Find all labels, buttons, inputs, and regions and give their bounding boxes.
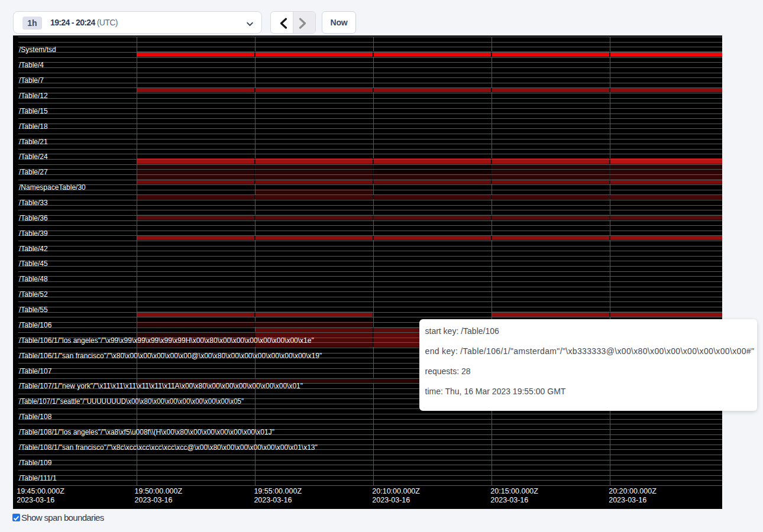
svg-text:/Table/48: /Table/48 [19,275,48,283]
svg-text:19:45:00.000Z: 19:45:00.000Z [17,486,64,495]
svg-text:/Table/109: /Table/109 [19,458,52,466]
svg-text:/Table/107/1/"new york"/"\x11\: /Table/107/1/"new york"/"\x11\x11\x11\x1… [19,382,303,390]
svg-text:/Table/24: /Table/24 [19,153,48,161]
svg-text:2023-03-16: 2023-03-16 [135,495,173,504]
svg-text:/Table/42: /Table/42 [19,244,48,252]
svg-text:/Table/39: /Table/39 [19,229,48,237]
svg-text:20:10:00.000Z: 20:10:00.000Z [372,486,420,495]
svg-text:/Table/108: /Table/108 [19,413,52,421]
svg-text:/Table/18: /Table/18 [19,122,48,130]
svg-text:2023-03-16: 2023-03-16 [609,495,646,504]
svg-text:19:50:00.000Z: 19:50:00.000Z [135,486,183,495]
svg-text:2023-03-16: 2023-03-16 [372,495,410,504]
svg-text:/Table/106/1/"san francisco"/": /Table/106/1/"san francisco"/"\x80\x00\x… [19,351,322,359]
svg-text:/Table/106: /Table/106 [19,320,52,329]
svg-text:/Table/27: /Table/27 [19,168,48,176]
svg-text:/Table/7: /Table/7 [19,76,44,85]
svg-text:/Table/107: /Table/107 [19,366,52,375]
svg-text:/Table/15: /Table/15 [19,106,48,115]
svg-text:/Table/21: /Table/21 [19,137,48,145]
svg-text:2023-03-16: 2023-03-16 [254,495,292,504]
svg-text:/NamespaceTable/30: /NamespaceTable/30 [19,183,86,192]
svg-text:/Table/45: /Table/45 [19,259,48,268]
svg-text:/Table/52: /Table/52 [19,290,48,299]
svg-text:/Table/107/1/"seattle"/"UUUUUU: /Table/107/1/"seattle"/"UUUUUUUD\x00\x80… [19,397,244,406]
svg-text:2023-03-16: 2023-03-16 [490,495,528,504]
svg-text:/Table/36: /Table/36 [19,213,48,222]
svg-text:20:15:00.000Z: 20:15:00.000Z [490,486,538,495]
svg-text:/Table/12: /Table/12 [19,92,48,100]
svg-text:/Table/111/1: /Table/111/1 [19,473,57,482]
svg-text:/Table/33: /Table/33 [19,199,48,207]
svg-text:19:55:00.000Z: 19:55:00.000Z [254,486,302,495]
svg-text:/Table/106/1/"los angeles"/"\x: /Table/106/1/"los angeles"/"\x99\x99\x99… [19,336,314,344]
svg-text:/System/tsd: /System/tsd [19,46,56,54]
svg-text:20:20:00.000Z: 20:20:00.000Z [609,486,657,495]
svg-text:/Table/55: /Table/55 [19,306,48,314]
svg-text:/Table/108/1/"san francisco"/": /Table/108/1/"san francisco"/"\x8c\xcc\x… [19,443,318,451]
svg-text:/Table/4: /Table/4 [19,61,44,69]
svg-text:/Table/108/1/"los angeles"/"\x: /Table/108/1/"los angeles"/"\xa8\xf5\u00… [19,427,274,436]
svg-text:2023-03-16: 2023-03-16 [17,495,54,504]
